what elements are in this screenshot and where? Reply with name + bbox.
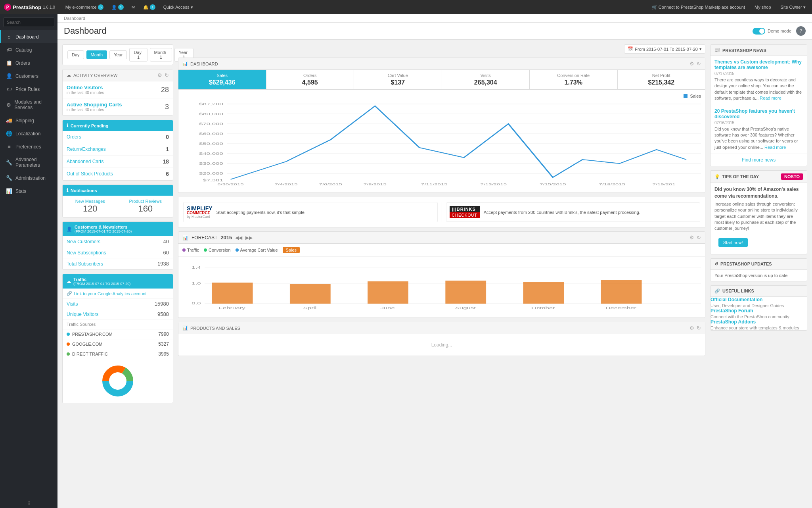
sidebar-item-catalog[interactable]: 🏷 Catalog bbox=[0, 43, 57, 56]
tab-day[interactable]: Day bbox=[67, 50, 84, 59]
forecast-next[interactable]: ▶▶ bbox=[245, 235, 253, 241]
forecast-refresh-icon[interactable]: ↻ bbox=[697, 235, 701, 241]
sidebar-item-advanced[interactable]: 🔧 Advanced Parameters bbox=[0, 153, 57, 171]
brinks-desc[interactable]: Accept payments from 200 countries with … bbox=[484, 210, 640, 215]
total-subscribers-link[interactable]: Total Subscribers bbox=[67, 261, 103, 267]
sidebar-item-preferences[interactable]: ≡ Preferences bbox=[0, 140, 57, 153]
tab-month1[interactable]: Month-1 bbox=[150, 48, 172, 62]
breadcrumb: Dashboard bbox=[57, 14, 812, 23]
svg-text:$80,000: $80,000 bbox=[199, 112, 223, 116]
my-ecommerce-link[interactable]: My e-commerce 5 bbox=[63, 4, 106, 10]
customers-title: Customers & Newsletters bbox=[75, 225, 132, 229]
unique-visitors-row: Unique Visitors 9588 bbox=[63, 309, 173, 319]
refresh-icon[interactable]: ↻ bbox=[165, 72, 169, 78]
sidebar-item-modules[interactable]: ⚙ Modules and Services bbox=[0, 96, 57, 114]
my-shop-link[interactable]: My shop bbox=[752, 5, 774, 10]
demo-toggle-switch[interactable] bbox=[753, 28, 765, 35]
sidebar-item-label: Advanced Parameters bbox=[15, 157, 53, 168]
avg-cart-dot bbox=[236, 248, 239, 252]
start-now-button[interactable]: Start now! bbox=[718, 238, 748, 247]
visits-link[interactable]: Visits bbox=[67, 301, 78, 307]
sidebar-item-stats[interactable]: 📊 Stats bbox=[0, 185, 57, 198]
link-forum-title[interactable]: PrestaShop Forum bbox=[710, 308, 807, 314]
pending-stock-row: Out of Stock Products 6 bbox=[63, 168, 173, 180]
product-reviews-link[interactable]: Product Reviews bbox=[120, 199, 172, 204]
customers-title-group: Customers & Newsletters (FROM 2015-07-01… bbox=[75, 225, 132, 233]
site-owner-link[interactable]: Site Owner ▾ bbox=[778, 5, 808, 10]
products-refresh-icon[interactable]: ↻ bbox=[697, 325, 701, 331]
forecast-settings-icon[interactable]: ⚙ bbox=[689, 235, 694, 241]
bell-nav-link[interactable]: 🔔 1 bbox=[141, 4, 158, 10]
dashboard-refresh-icon[interactable]: ↻ bbox=[697, 61, 701, 67]
unique-visitors-link[interactable]: Unique Visitors bbox=[67, 312, 98, 317]
pending-orders-link[interactable]: Orders bbox=[67, 134, 81, 140]
traffic-subtitle: (FROM 2015-07-01 TO 2015-07-20) bbox=[73, 282, 130, 286]
updates-icon: ↺ bbox=[714, 262, 718, 267]
help-button[interactable]: ? bbox=[796, 26, 806, 36]
conversion-label: Conversion Rate bbox=[534, 73, 613, 78]
body-wrapper: ⌂ Dashboard 🏷 Catalog 📋 Orders 👤 Custome… bbox=[0, 14, 812, 508]
sidebar-item-localization[interactable]: 🌐 Localization bbox=[0, 127, 57, 140]
metric-net-profit[interactable]: Net Profit $215,342 bbox=[618, 70, 705, 89]
news-2-read-more[interactable]: Read more bbox=[764, 145, 786, 150]
svg-text:7/15/2015: 7/15/2015 bbox=[540, 183, 566, 186]
new-subscriptions-link[interactable]: New Subscriptions bbox=[67, 250, 106, 256]
news-1-title[interactable]: Themes vs Custom development: Why templa… bbox=[714, 59, 803, 70]
traffic-sources-label: Traffic Sources bbox=[63, 319, 173, 329]
link-docs-title[interactable]: Official Documentation bbox=[710, 297, 807, 302]
products-settings-icon[interactable]: ⚙ bbox=[689, 325, 694, 331]
news-1-read-more[interactable]: Read more bbox=[760, 96, 781, 100]
pending-returns-link[interactable]: Return/Exchanges bbox=[67, 146, 106, 152]
dashboard-settings-icon[interactable]: ⚙ bbox=[689, 61, 694, 67]
new-messages-link[interactable]: New Messages bbox=[64, 199, 116, 204]
tips-icon: 💡 bbox=[714, 174, 720, 179]
google-analytics-link[interactable]: 🔗 Link to your Google Analytics account bbox=[63, 289, 173, 299]
sidebar-item-customers[interactable]: 👤 Customers bbox=[0, 69, 57, 83]
sidebar-item-administration[interactable]: 🔧 Administration bbox=[0, 171, 57, 185]
date-range-bar[interactable]: 📅 From 2015-07-01 To 2015-07-20 ▾ bbox=[624, 44, 705, 54]
metric-orders[interactable]: Orders 4,595 bbox=[266, 70, 354, 89]
sidebar-item-dashboard[interactable]: ⌂ Dashboard bbox=[0, 30, 57, 43]
metric-cart-value[interactable]: Cart Value $137 bbox=[354, 70, 442, 89]
settings-icon[interactable]: ⚙ bbox=[157, 72, 162, 78]
tab-year[interactable]: Year bbox=[109, 50, 127, 59]
useful-links-panel: 🔗 USEFUL LINKS Official Documentation Us… bbox=[710, 285, 807, 331]
search-input[interactable] bbox=[3, 17, 54, 27]
tab-day1[interactable]: Day-1 bbox=[129, 48, 147, 62]
tab-month[interactable]: Month bbox=[86, 50, 107, 59]
find-more-news[interactable]: Find more news bbox=[710, 154, 807, 166]
news-item-2: 20 PrestaShop features you haven't disco… bbox=[710, 105, 807, 154]
metric-sales[interactable]: Sales $629,436 bbox=[178, 70, 266, 89]
new-subscriptions-row: New Subscriptions 60 bbox=[63, 247, 173, 258]
pending-returns-row: Return/Exchanges 1 bbox=[63, 143, 173, 156]
mail-nav-link[interactable]: ✉ bbox=[129, 5, 138, 10]
logo: P PrestaShop 1.6.1.0 bbox=[4, 4, 55, 11]
orders-icon: 📋 bbox=[6, 60, 12, 66]
updates-title: PRESTASHOP UPDATES bbox=[720, 262, 772, 266]
metric-visits[interactable]: Visits 265,304 bbox=[442, 70, 530, 89]
pending-stock-link[interactable]: Out of Stock Products bbox=[67, 171, 113, 177]
sidebar-item-price-rules[interactable]: 🏷 Price Rules bbox=[0, 83, 57, 96]
sidebar-item-orders[interactable]: 📋 Orders bbox=[0, 56, 57, 69]
pending-carts-link[interactable]: Abandoned Carts bbox=[67, 159, 103, 164]
news-2-title[interactable]: 20 PrestaShop features you haven't disco… bbox=[714, 108, 803, 119]
simplify-desc[interactable]: Start accepting payments now, it's that … bbox=[216, 210, 306, 215]
link-addons-title[interactable]: PrestaShop Addons bbox=[710, 319, 807, 325]
pending-carts-row: Abandoned Carts 18 bbox=[63, 156, 173, 168]
administration-icon: 🔧 bbox=[6, 175, 12, 181]
shipping-icon: 🚚 bbox=[6, 117, 12, 123]
quick-access-link[interactable]: Quick Access ▾ bbox=[161, 5, 195, 10]
new-customers-link[interactable]: New Customers bbox=[67, 239, 100, 244]
tips-content: Did you know 30% of Amazon's sales come … bbox=[710, 183, 807, 235]
calendar-icon: 📅 bbox=[628, 46, 633, 52]
marketplace-link[interactable]: 🛒 Connect to PrestaShop Marketplace acco… bbox=[649, 5, 747, 10]
sidebar-footer: ⣿ bbox=[0, 497, 57, 508]
sidebar-item-shipping[interactable]: 🚚 Shipping bbox=[0, 114, 57, 127]
tips-header: 💡 TIPS OF THE DAY NOSTO bbox=[710, 171, 807, 183]
legend-sales[interactable]: Sales bbox=[283, 247, 300, 253]
brinks-top-text: |||BRINKS bbox=[450, 206, 480, 212]
advanced-icon: 🔧 bbox=[6, 160, 12, 165]
metric-conversion[interactable]: Conversion Rate 1.73% bbox=[530, 70, 618, 89]
user-nav-link[interactable]: 👤 1 bbox=[109, 4, 126, 10]
forecast-prev[interactable]: ◀◀ bbox=[235, 235, 242, 241]
